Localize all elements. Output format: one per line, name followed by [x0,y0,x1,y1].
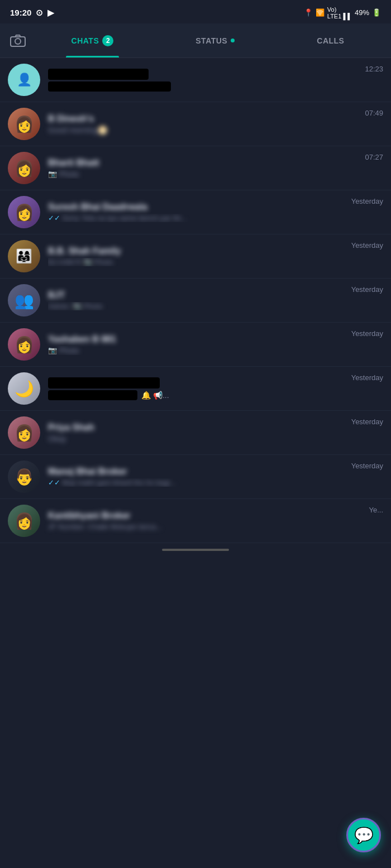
chat-item[interactable]: 👨 Manoj Bhai Broker ✓✓ Moji mathi gani b… [0,455,391,499]
new-chat-icon: 💬 [354,826,374,845]
chat-info: B.B. Shah Family BJ-A4M R 📷 Photo [48,246,347,266]
chat-time: Yesterday [351,284,383,294]
chat-preview: 📷 Photo [48,170,360,179]
chat-info: BJT Admin: 📷 Photo [48,290,347,310]
chat-time: Yesterday [351,416,383,426]
chat-preview: 🔔 📢... [48,390,347,400]
chat-item[interactable]: 👩 Suresh Bhai Daadrwala ✓✓ Sorry Yela na… [0,190,391,234]
chat-preview: Admin: 📷 Photo [48,302,347,310]
chat-item[interactable]: 👨‍👩‍👧 B.B. Shah Family BJ-A4M R 📷 Photo … [0,234,391,279]
chat-name: Kantibhyani Broker [48,511,364,521]
avatar: 👩 [8,328,40,361]
chat-time: Ye... [369,505,383,514]
camera-icon [10,34,26,47]
chat-item[interactable]: 👥 BJT Admin: 📷 Photo Yesterday [0,279,391,323]
chat-time: Yesterday [351,461,383,470]
battery-icon: 🔋 [372,8,381,17]
chat-preview [48,81,360,92]
chat-item[interactable]: 👩 Priya Shah Okay Yesterday [0,411,391,455]
fab-container: 💬 [346,818,381,852]
status-dot [231,39,235,42]
chat-time: 12:23 [365,64,383,73]
chat-preview: BJ-A4M R 📷 Photo [48,258,347,266]
chat-item[interactable]: 👩 Yashaben B 881 📷 Photo Yesterday [0,323,391,367]
chats-tab-label: CHATS [71,36,99,45]
signal-bars-icon: Vo)LTE1 ▌▌ [327,6,352,20]
chat-info: Priya Shah Okay [48,423,347,443]
chat-info: Yashaben B 881 📷 Photo [48,334,347,355]
camera-button[interactable] [6,28,30,53]
calls-tab-label: CALLS [317,36,344,45]
status-tab-label: STATUS [196,36,227,45]
chat-name: BJT [48,290,347,300]
tab-chats[interactable]: CHATS 2 [66,23,120,57]
bottom-bar [0,543,391,557]
tabs-container: CHATS 2 STATUS CALLS [30,23,385,57]
chat-item[interactable]: 👤 12:23 [0,58,391,102]
chat-info: Suresh Bhai Daadrwala ✓✓ Sorry Yela na t… [48,202,347,222]
tab-bar: CHATS 2 STATUS CALLS [0,23,391,58]
chat-time: Yesterday [351,240,383,250]
chat-info: Kantibhyani Broker JF Number: Chatki Mok… [48,511,364,531]
chat-name: B Dinesh's [48,114,360,124]
chat-name [48,69,360,80]
time-display: 19:20 [10,8,31,17]
chat-time: 07:49 [365,108,383,117]
avatar: 👨‍👩‍👧 [8,240,40,272]
avatar: 👩 [8,108,40,140]
location-icon: 📍 [304,8,313,17]
battery-percent: 49% [355,8,369,17]
chat-name: Priya Shah [48,423,347,433]
svg-point-1 [15,39,21,44]
chats-badge: 2 [102,35,113,46]
chat-info: 🔔 📢... [48,377,347,400]
avatar: 👩 [8,196,40,228]
chat-time: Yesterday [351,328,383,338]
status-bar-right: 📍 🛜 Vo)LTE1 ▌▌ 49% 🔋 [304,6,381,20]
avatar: 🌙 [8,372,40,405]
chat-time: 07:27 [365,152,383,161]
chat-item[interactable]: 👩 Kantibhyani Broker JF Number: Chatki M… [0,499,391,543]
group-icon: 👥 [15,291,34,310]
chat-item[interactable]: 🌙 🔔 📢... Yesterday [0,367,391,411]
new-chat-fab[interactable]: 💬 [346,818,381,852]
chat-info: Bharti Bhatt 📷 Photo [48,158,360,179]
chat-info: B Dinesh's Good morning🌕 [48,114,360,135]
wifi-icon: 🛜 [316,8,325,17]
status-bar-left: 19:20 ⊙ ▶ [10,8,54,18]
avatar: 👩 [8,505,40,537]
youtube-status-icon: ▶ [47,8,54,18]
chat-item[interactable]: 👩 B Dinesh's Good morning🌕 07:49 [0,102,391,146]
chat-preview: 📷 Photo [48,346,347,355]
chat-time: Yesterday [351,372,383,382]
chat-name: Yashaben B 881 [48,334,347,344]
chat-list: 👤 12:23 👩 B Dinesh's Good morning🌕 07:49… [0,58,391,543]
chat-name: Suresh Bhai Daadrwala [48,202,347,212]
home-indicator [162,549,229,551]
tab-calls[interactable]: CALLS [311,23,350,57]
chat-time: Yesterday [351,196,383,205]
chat-info [48,69,360,92]
camera-status-icon: ⊙ [36,8,43,18]
chat-preview: Okay [48,434,347,443]
tab-status[interactable]: STATUS [190,23,240,57]
chat-preview: Good morning🌕 [48,126,360,135]
chat-name: B.B. Shah Family [48,246,347,256]
chat-preview: JF Number: Chatki Mokupe lanca... [48,522,364,531]
avatar: 👩 [8,416,40,449]
chat-name: Bharti Bhatt [48,158,360,168]
avatar: 👩 [8,152,40,184]
chat-name [48,377,347,389]
status-bar: 19:20 ⊙ ▶ 📍 🛜 Vo)LTE1 ▌▌ 49% 🔋 [0,0,391,23]
avatar: 👥 [8,284,40,316]
avatar: 👤 [8,64,40,96]
avatar: 👨 [8,461,40,493]
chat-info: Manoj Bhai Broker ✓✓ Moji mathi gani bha… [48,467,347,487]
chat-preview: ✓✓ Moji mathi gani bhavil tho ho bagi... [48,478,347,487]
chat-preview: ✓✓ Sorry Yela na tya same bench par thi.… [48,214,347,222]
chat-name: Manoj Bhai Broker [48,467,347,477]
chat-item[interactable]: 👩 Bharti Bhatt 📷 Photo 07:27 [0,146,391,190]
